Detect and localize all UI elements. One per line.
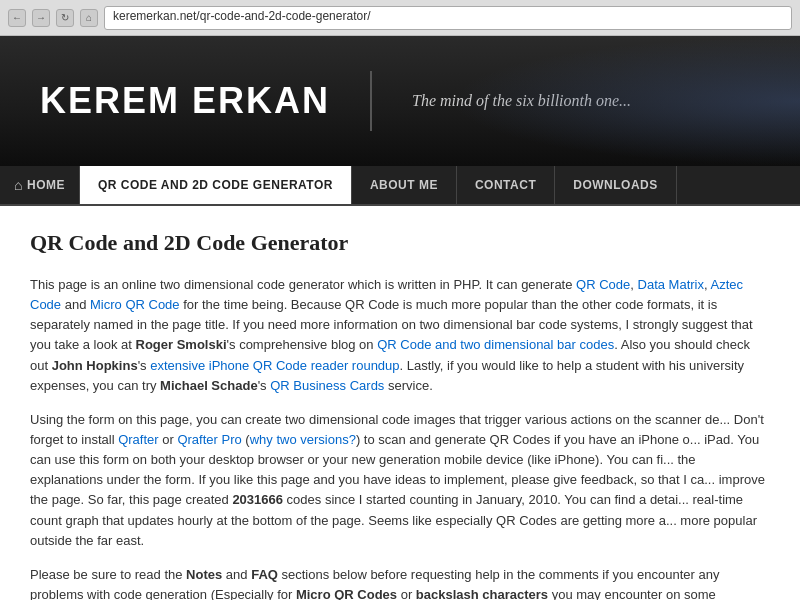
logo-area: KEREM ERKAN The mind of the six billiont… xyxy=(40,71,631,131)
page-title: QR Code and 2D Code Generator xyxy=(30,226,770,259)
link-qr-blog[interactable]: QR Code and two dimensional bar codes xyxy=(377,337,614,352)
site-tagline: The mind of the six billionth one... xyxy=(412,92,631,110)
link-micro-qr[interactable]: Micro QR Code xyxy=(90,297,180,312)
nav-item-qr-code[interactable]: QR CODE AND 2D CODE GENERATOR xyxy=(80,166,352,204)
link-iphone-roundup[interactable]: extensive iPhone QR Code reader roundup xyxy=(150,358,399,373)
link-qrafter[interactable]: Qrafter xyxy=(118,432,158,447)
nav-item-contact[interactable]: CONTACT xyxy=(457,166,555,204)
link-why-versions[interactable]: why two versions? xyxy=(250,432,356,447)
content-paragraph-3: Please be sure to read the Notes and FAQ… xyxy=(30,565,770,600)
nav-bar: ⌂ HOME QR CODE AND 2D CODE GENERATOR ABO… xyxy=(0,166,800,206)
nav-label-qr-code: QR CODE AND 2D CODE GENERATOR xyxy=(98,178,333,192)
nav-item-downloads[interactable]: DOWNLOADS xyxy=(555,166,677,204)
link-qr-business[interactable]: QR Business Cards xyxy=(270,378,384,393)
content-area: QR Code and 2D Code Generator This page … xyxy=(0,206,800,600)
home-icon: ⌂ xyxy=(14,177,23,193)
site-logo: KEREM ERKAN xyxy=(40,80,330,122)
nav-item-about[interactable]: ABOUT ME xyxy=(352,166,457,204)
nav-label-about: ABOUT ME xyxy=(370,178,438,192)
home-browser-button[interactable]: ⌂ xyxy=(80,9,98,27)
nav-label-contact: CONTACT xyxy=(475,178,536,192)
nav-label-home: HOME xyxy=(27,178,65,192)
content-paragraph-1: This page is an online two dimensional c… xyxy=(30,275,770,396)
logo-divider xyxy=(370,71,372,131)
link-qr-code[interactable]: QR Code xyxy=(576,277,630,292)
site-header: KEREM ERKAN The mind of the six billiont… xyxy=(0,36,800,166)
link-qrafter-pro[interactable]: Qrafter Pro xyxy=(177,432,241,447)
url-bar[interactable]: keremerkan.net/qr-code-and-2d-code-gener… xyxy=(104,6,792,30)
back-button[interactable]: ← xyxy=(8,9,26,27)
refresh-button[interactable]: ↻ xyxy=(56,9,74,27)
forward-button[interactable]: → xyxy=(32,9,50,27)
browser-chrome: ← → ↻ ⌂ keremerkan.net/qr-code-and-2d-co… xyxy=(0,0,800,36)
nav-label-downloads: DOWNLOADS xyxy=(573,178,658,192)
content-paragraph-2: Using the form on this page, you can cre… xyxy=(30,410,770,551)
nav-item-home[interactable]: ⌂ HOME xyxy=(0,166,80,204)
link-data-matrix[interactable]: Data Matrix xyxy=(638,277,704,292)
